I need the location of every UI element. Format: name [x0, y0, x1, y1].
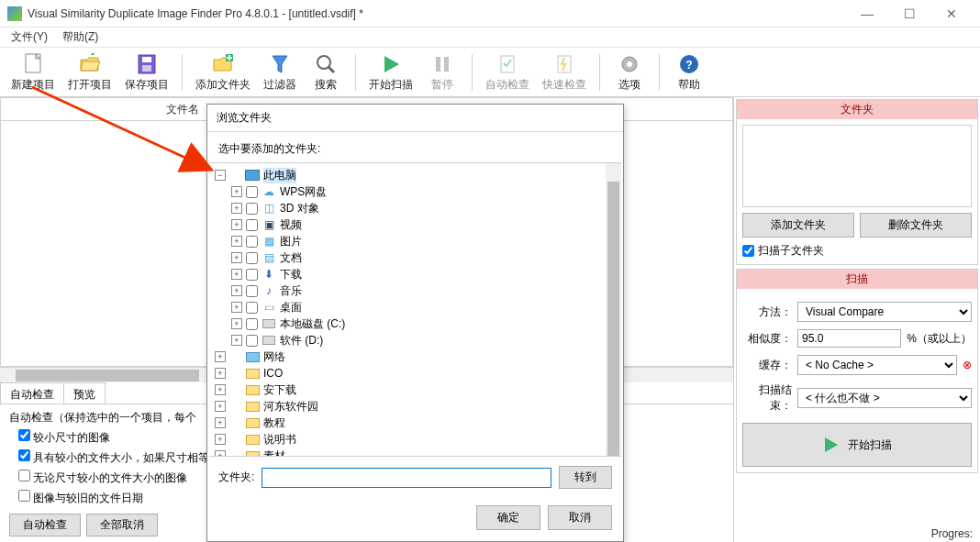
expand-icon[interactable]: +: [231, 318, 242, 329]
doc-icon: ▤: [262, 251, 276, 264]
end-label: 扫描结束：: [742, 382, 792, 414]
bolt-check-icon: [551, 52, 577, 76]
svg-line-8: [329, 67, 334, 72]
maximize-button[interactable]: ☐: [888, 0, 930, 28]
tree-checkbox[interactable]: [246, 252, 258, 264]
cache-label: 缓存：: [742, 358, 792, 373]
delete-cache-icon[interactable]: ⊗: [963, 359, 972, 371]
open-folder-icon: [77, 52, 103, 76]
add-folder-panel-button[interactable]: 添加文件夹: [742, 213, 854, 238]
tree-checkbox[interactable]: [246, 302, 258, 314]
tab-auto-check[interactable]: 自动检查: [0, 382, 64, 404]
tree-item[interactable]: +网络: [209, 348, 621, 365]
tree-item[interactable]: +软件 (D:): [209, 332, 621, 348]
tree-item[interactable]: +ICO: [209, 365, 621, 382]
tree-item[interactable]: +本地磁盘 (C:): [209, 315, 621, 332]
auto-check-button[interactable]: 自动检查: [480, 50, 535, 94]
save-project-button[interactable]: 保存项目: [119, 50, 174, 94]
expand-icon[interactable]: +: [231, 285, 242, 296]
tree-checkbox[interactable]: [246, 203, 258, 215]
music-icon: ♪: [262, 284, 276, 297]
similarity-label: 相似度：: [742, 331, 792, 347]
tree-checkbox[interactable]: [246, 269, 258, 281]
tree-checkbox[interactable]: [246, 236, 258, 248]
tab-preview[interactable]: 预览: [63, 382, 106, 404]
start-scan-main-button[interactable]: 开始扫描: [742, 423, 972, 467]
ok-button[interactable]: 确定: [476, 505, 540, 530]
tree-item[interactable]: +◫3D 对象: [209, 200, 621, 216]
tree-item[interactable]: +▦图片: [209, 233, 621, 249]
help-button[interactable]: ?帮助: [667, 50, 711, 94]
tree-item-label: 安下载: [263, 382, 296, 398]
tree-checkbox[interactable]: [246, 219, 258, 231]
expand-icon[interactable]: +: [215, 401, 226, 412]
expand-icon[interactable]: +: [231, 302, 242, 313]
cancel-button[interactable]: 取消: [548, 505, 612, 530]
expand-icon[interactable]: +: [231, 236, 242, 247]
end-select[interactable]: < 什么也不做 >: [797, 388, 972, 408]
close-button[interactable]: ✕: [930, 0, 973, 28]
tree-item[interactable]: +说明书: [209, 431, 621, 448]
goto-button[interactable]: 转到: [559, 466, 612, 489]
new-project-button[interactable]: 新建项目: [6, 50, 61, 94]
tree-item[interactable]: +▤文档: [209, 249, 621, 266]
minimize-button[interactable]: —: [846, 0, 888, 28]
tree-checkbox[interactable]: [246, 186, 258, 198]
tree-item[interactable]: +河东软件园: [209, 398, 621, 415]
start-scan-button[interactable]: 开始扫描: [363, 50, 418, 94]
expand-icon[interactable]: +: [231, 186, 242, 197]
filter-button[interactable]: 过滤器: [258, 50, 302, 94]
expand-icon[interactable]: +: [215, 450, 226, 457]
similarity-input[interactable]: [797, 329, 901, 348]
expand-icon[interactable]: +: [231, 269, 242, 280]
open-project-button[interactable]: 打开项目: [62, 50, 117, 94]
disk-icon: [262, 334, 276, 347]
menu-help[interactable]: 帮助(Z): [55, 28, 106, 47]
video-icon: ▣: [262, 218, 276, 231]
toolbar: 新建项目 打开项目 保存项目 添加文件夹 过滤器 搜索 开始扫描 暂停 自动检查…: [0, 48, 980, 97]
expand-icon[interactable]: +: [215, 417, 226, 428]
col-filename[interactable]: 文件名: [166, 102, 199, 117]
expand-icon[interactable]: +: [231, 203, 242, 214]
add-folder-button[interactable]: 添加文件夹: [190, 50, 256, 94]
folder-tree[interactable]: −此电脑+☁WPS网盘+◫3D 对象+▣视频+▦图片+▤文档+⬇下载+♪音乐+▭…: [209, 162, 621, 457]
tree-item[interactable]: +▣视频: [209, 216, 621, 233]
folder-icon: [245, 449, 260, 457]
dialog-title: 浏览文件夹: [207, 105, 623, 131]
tree-item[interactable]: +▭桌面: [209, 299, 621, 315]
options-button[interactable]: 选项: [607, 50, 651, 94]
expand-icon[interactable]: +: [231, 335, 242, 346]
method-select[interactable]: Visual Compare: [797, 302, 972, 322]
expand-icon[interactable]: +: [215, 351, 226, 362]
remove-folder-button[interactable]: 删除文件夹: [860, 213, 972, 238]
menu-file[interactable]: 文件(Y): [4, 28, 55, 47]
expand-icon[interactable]: +: [231, 252, 242, 263]
pause-button[interactable]: 暂停: [420, 50, 464, 94]
path-input[interactable]: [262, 468, 551, 488]
expand-icon[interactable]: −: [215, 170, 226, 181]
scan-subfolders-check[interactable]: 扫描子文件夹: [742, 243, 972, 259]
expand-icon[interactable]: +: [215, 384, 226, 395]
expand-icon[interactable]: +: [231, 219, 242, 230]
tree-checkbox[interactable]: [246, 285, 258, 297]
search-button[interactable]: 搜索: [304, 50, 348, 94]
window-controls: — ☐ ✕: [846, 0, 973, 28]
expand-icon[interactable]: +: [215, 368, 226, 379]
tree-item[interactable]: +教程: [209, 415, 621, 431]
tree-item[interactable]: +安下载: [209, 382, 621, 398]
tree-item[interactable]: +♪音乐: [209, 282, 621, 299]
svg-point-14: [627, 61, 632, 67]
tree-item[interactable]: +⬇下载: [209, 266, 621, 282]
svg-rect-9: [436, 57, 440, 72]
cache-select[interactable]: < No Cache >: [797, 355, 957, 375]
vertical-scrollbar[interactable]: [606, 163, 621, 456]
tree-checkbox[interactable]: [246, 318, 258, 330]
tree-checkbox[interactable]: [246, 335, 258, 347]
quick-check-button[interactable]: 快速检查: [537, 50, 592, 94]
disk-icon: [262, 317, 276, 330]
folders-list[interactable]: [742, 125, 972, 207]
tree-item[interactable]: +素材: [209, 448, 621, 457]
tree-item[interactable]: +☁WPS网盘: [209, 183, 621, 200]
expand-icon[interactable]: +: [215, 434, 226, 445]
tree-item[interactable]: −此电脑: [209, 167, 621, 183]
